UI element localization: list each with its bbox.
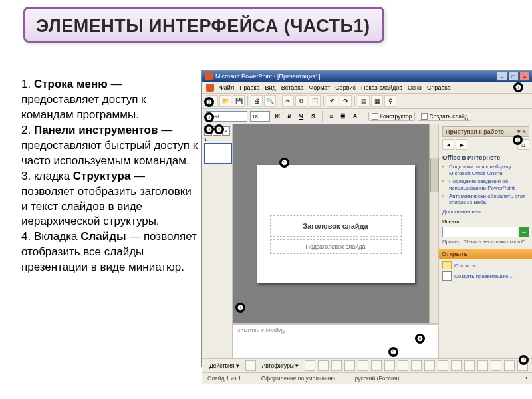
minimize-button[interactable]: – xyxy=(497,72,507,81)
select-tool-icon[interactable] xyxy=(245,360,256,371)
redo-icon[interactable]: ↷ xyxy=(340,95,352,107)
workspace: ▫ ≡ × 1 Заголовок слайда Подзаголовок сл… xyxy=(202,124,532,358)
menu-tools[interactable]: Сервис xyxy=(335,84,356,91)
separator xyxy=(364,111,364,122)
callout-badge-4: ❹ xyxy=(214,124,224,134)
menu-slideshow[interactable]: Показ слайдов xyxy=(361,84,402,91)
size-selector[interactable]: 18 xyxy=(250,111,270,122)
increase-font-icon[interactable]: A xyxy=(350,112,360,121)
print-icon[interactable]: 🖨 xyxy=(251,95,263,107)
close-button[interactable]: × xyxy=(519,72,530,81)
open-file-link[interactable]: Открыть... xyxy=(442,261,529,269)
rectangle-icon[interactable] xyxy=(331,360,342,371)
back-icon[interactable]: ◂ xyxy=(442,139,454,150)
actions-menu[interactable]: Действия ▾ xyxy=(206,361,243,370)
link-latest-news[interactable]: Последние сведения об использовании Powe… xyxy=(442,178,529,191)
cut-icon[interactable]: ✂ xyxy=(282,95,294,107)
app-title-bar: Microsoft PowerPoint - [Презентация1] – … xyxy=(202,71,532,82)
wordart-icon[interactable] xyxy=(371,360,382,371)
bold-button[interactable]: Ж xyxy=(273,112,282,121)
status-corner: ⫶ xyxy=(525,375,527,382)
menu-format[interactable]: Формат xyxy=(309,84,330,91)
undo-icon[interactable]: ↶ xyxy=(327,95,338,107)
separator xyxy=(279,96,279,106)
textbox-icon[interactable] xyxy=(358,360,368,371)
paste-icon[interactable]: 📋 xyxy=(309,95,321,107)
t: 2. xyxy=(21,124,34,136)
open-section-header: Открыть xyxy=(439,249,532,259)
drawing-toolbar: Действия ▾ Автофигуры ▾ xyxy=(202,358,532,372)
line-color-icon[interactable] xyxy=(438,360,448,371)
t: Панели инструментов xyxy=(34,124,158,136)
menu-edit[interactable]: Правка xyxy=(239,84,259,91)
t: 4. Вкладка xyxy=(21,230,80,243)
diagram-icon[interactable] xyxy=(384,360,395,371)
menu-file[interactable]: Файл xyxy=(219,84,234,91)
callout-badge-5: ❺ xyxy=(279,158,289,168)
new-slide-button[interactable]: Создать слайд xyxy=(418,112,471,121)
slide-canvas[interactable]: Заголовок слайда Подзаголовок слайда xyxy=(257,165,415,283)
callout-badge-1: ❶ xyxy=(513,82,523,92)
open-icon[interactable]: 📂 xyxy=(219,95,231,107)
line-style-icon[interactable] xyxy=(464,360,475,371)
font-color-icon[interactable] xyxy=(451,360,462,371)
search-go-button[interactable]: → xyxy=(519,227,529,237)
clipart-icon[interactable] xyxy=(398,360,408,371)
align-center-icon[interactable]: ≣ xyxy=(338,112,348,121)
link-office-online[interactable]: Подключиться к веб-узлу Microsoft Office… xyxy=(442,164,529,176)
subtitle-placeholder[interactable]: Подзаголовок слайда xyxy=(270,239,402,254)
copy-icon[interactable]: ⧉ xyxy=(295,95,307,107)
slide-title: ЭЛЕМЕНТЫ ИНТЕРФЕЙСА (ЧАСТЬ1) xyxy=(36,15,372,37)
menu-window[interactable]: Окно xyxy=(408,84,422,91)
italic-button[interactable]: К xyxy=(285,112,294,121)
underline-button[interactable]: Ч xyxy=(297,112,306,121)
menu-help[interactable]: Справка xyxy=(427,84,450,91)
search-input[interactable] xyxy=(442,227,517,237)
slide-thumbnail[interactable] xyxy=(204,143,232,164)
preview-icon[interactable]: 🔍 xyxy=(264,95,276,107)
folder-icon xyxy=(442,261,452,269)
arrow-icon[interactable] xyxy=(318,360,329,371)
callout-badge-2: ❷ xyxy=(204,97,214,107)
save-icon[interactable]: 💾 xyxy=(233,95,245,107)
callout-badge-9: ❾ xyxy=(388,347,398,357)
forward-icon[interactable]: ▸ xyxy=(456,139,467,150)
callout-badge-7: ❼ xyxy=(235,303,245,313)
align-left-icon[interactable]: ≡ xyxy=(327,112,336,121)
menu-bar: Файл Правка Вид Вставка Формат Сервис По… xyxy=(202,82,532,94)
notes-pane[interactable]: Заметки к слайду xyxy=(233,323,438,358)
autoshapes-menu[interactable]: Автофигуры ▾ xyxy=(259,361,303,370)
title-placeholder[interactable]: Заголовок слайда xyxy=(270,215,402,237)
picture-icon[interactable] xyxy=(411,360,422,371)
menu-insert[interactable]: Вставка xyxy=(281,84,303,91)
vertical-scrollbar[interactable] xyxy=(429,124,438,323)
status-bar: Слайд 1 из 1 Оформление по умолчанию рус… xyxy=(202,372,532,384)
app-icon xyxy=(206,84,214,92)
dropdown-icon[interactable]: ▾ × xyxy=(517,128,526,135)
powerpoint-screenshot: Microsoft PowerPoint - [Презентация1] – … xyxy=(201,70,532,367)
chart-icon[interactable]: ▤ xyxy=(358,95,370,107)
slide-editor: Заголовок слайда Подзаголовок слайда xyxy=(233,124,438,323)
app-logo-icon xyxy=(205,72,213,80)
shadow-button[interactable]: S xyxy=(309,112,318,121)
table-icon[interactable]: ▦ xyxy=(371,95,383,107)
scroll-thumb[interactable] xyxy=(430,158,439,192)
menu-view[interactable]: Вид xyxy=(265,84,276,91)
fill-color-icon[interactable] xyxy=(424,360,435,371)
line-icon[interactable] xyxy=(305,360,315,371)
link-more[interactable]: Дополнительно... xyxy=(442,209,529,215)
maximize-button[interactable]: □ xyxy=(508,72,519,81)
zoom-icon[interactable]: ⚲ xyxy=(384,95,396,107)
dash-style-icon[interactable] xyxy=(477,360,488,371)
shadow-icon[interactable] xyxy=(504,360,515,371)
label: Автофигуры xyxy=(262,362,294,369)
create-presentation-link[interactable]: Создать презентацию... xyxy=(442,271,529,281)
oval-icon[interactable] xyxy=(344,360,355,371)
thumbnail-number: 1 xyxy=(204,136,207,142)
designer-button[interactable]: Конструктор xyxy=(368,112,415,121)
formatting-toolbar: Arial 18 Ж К Ч S ≡ ≣ A Конструктор Созда… xyxy=(202,109,532,124)
link-auto-update[interactable]: Автоматически обновлять этот список из В… xyxy=(442,193,529,205)
para-3: 3. кладка Структура — позволяет отобрази… xyxy=(21,169,198,230)
arrow-style-icon[interactable] xyxy=(491,360,501,371)
task-pane-title: Приступая к работе xyxy=(446,128,504,135)
